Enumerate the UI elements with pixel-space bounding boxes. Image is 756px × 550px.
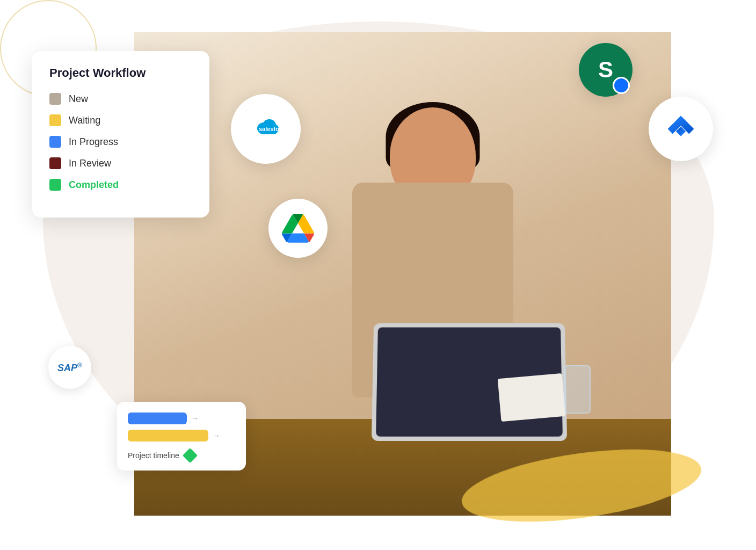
gdrive-icon: [282, 212, 314, 244]
workflow-item-completed: Completed: [49, 179, 192, 191]
workflow-item-waiting: Waiting: [49, 114, 192, 126]
status-label-in-progress: In Progress: [69, 136, 118, 148]
sap-registered: ®: [77, 361, 82, 369]
timeline-label: Project timeline: [128, 451, 179, 460]
scene: Project Workflow New Waiting In Progress…: [0, 0, 756, 550]
sharepoint-letter: S: [598, 57, 613, 83]
timeline-footer: Project timeline: [128, 450, 235, 461]
notebook: [498, 373, 566, 422]
workflow-item-in-review: In Review: [49, 157, 192, 169]
timeline-bars: → →: [128, 412, 235, 442]
salesforce-inner: salesforce: [252, 119, 280, 139]
status-dot-new: [49, 93, 61, 105]
workflow-item-new: New: [49, 93, 192, 105]
sap-logo-badge: SAP®: [48, 346, 91, 389]
salesforce-badge: salesforce: [231, 94, 301, 164]
workflow-card: Project Workflow New Waiting In Progress…: [32, 51, 209, 218]
status-dot-in-review: [49, 157, 61, 169]
timeline-bar-row-2: →: [128, 430, 235, 442]
workflow-title: Project Workflow: [49, 66, 192, 80]
jira-badge: [649, 97, 713, 161]
status-dot-waiting: [49, 114, 61, 126]
jira-icon: [665, 113, 696, 144]
status-label-in-review: In Review: [69, 158, 111, 169]
sharepoint-badge: S: [579, 43, 633, 97]
workflow-item-in-progress: In Progress: [49, 136, 192, 148]
timeline-diamond-icon: [183, 448, 198, 463]
status-dot-in-progress: [49, 136, 61, 148]
timeline-card: → → Project timeline: [117, 402, 246, 471]
timeline-bar-blue: [128, 412, 187, 424]
status-label-waiting: Waiting: [69, 115, 100, 126]
person-body: [282, 75, 583, 516]
arrow-icon-1: →: [191, 414, 199, 423]
gdrive-badge: [268, 199, 328, 258]
timeline-bar-row-1: →: [128, 412, 235, 424]
timeline-bar-yellow: [128, 430, 208, 442]
sap-logo-text: SAP®: [57, 361, 82, 374]
svg-text:salesforce: salesforce: [259, 126, 280, 132]
sharepoint-dot: [613, 77, 630, 94]
salesforce-cloud-icon: salesforce: [252, 119, 280, 139]
status-label-new: New: [69, 93, 88, 105]
glass: [564, 365, 591, 414]
arrow-icon-2: →: [213, 431, 220, 440]
status-label-completed: Completed: [69, 179, 119, 191]
status-dot-completed: [49, 179, 61, 191]
